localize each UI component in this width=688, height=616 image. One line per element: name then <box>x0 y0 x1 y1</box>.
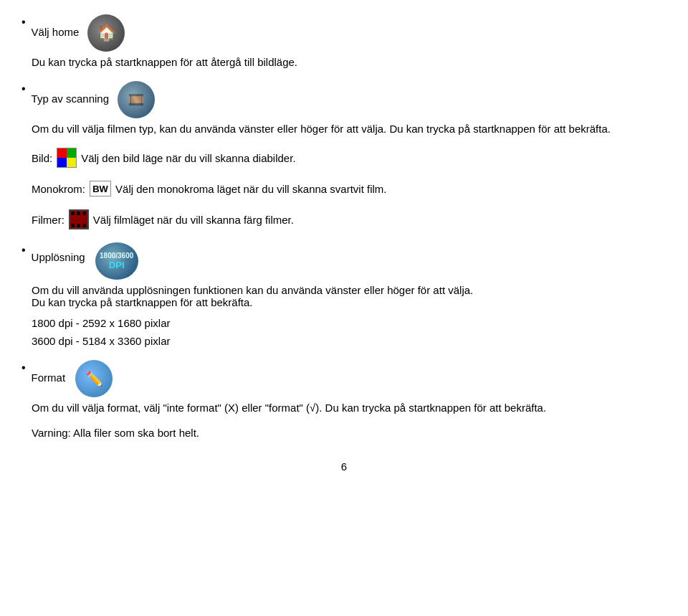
resolution-desc: Om du vill använda upplösningen funktion… <box>32 284 666 308</box>
home-title: Välj home <box>32 24 80 41</box>
section-mono: Monokrom: BW Välj den monokroma läget nä… <box>32 181 666 196</box>
page-number: 6 <box>22 460 666 473</box>
format-icon-box: ✏️ <box>75 360 113 397</box>
format-description: Om du vill välja format, välj "inte form… <box>32 402 666 414</box>
section-bild: Bild: Välj den bild läge när du vill ska… <box>32 148 666 168</box>
bullet-scan: • <box>22 81 26 97</box>
mono-label: Monokrom: <box>32 183 85 195</box>
filmer-label: Filmer: <box>32 214 64 226</box>
warning-text: Varning: Alla filer som ska bort helt. <box>32 427 199 439</box>
section-scan: • Typ av scanning 🎞️ Om du vill välja fi… <box>22 81 666 135</box>
mono-icon: BW <box>90 181 111 196</box>
mono-description: Välj den monokroma läget när du vill ska… <box>115 183 387 195</box>
section-filmer: Filmer: Välj filmläget när du vill skann… <box>32 209 666 229</box>
resolution-values: 1800 dpi - 2592 x 1680 pixlar 3600 dpi -… <box>32 317 666 347</box>
bullet-format: • <box>22 360 26 376</box>
res1: 1800 dpi - 2592 x 1680 pixlar <box>32 317 666 329</box>
home-icon: 🏠 <box>87 14 125 52</box>
bild-label: Bild: <box>32 152 52 164</box>
section-resolution: • Upplösning 1800/3600 DPI Om du vill an… <box>22 242 666 347</box>
section-format: • Format ✏️ Om du vill välja format, väl… <box>22 360 666 414</box>
format-icon: ✏️ <box>75 360 113 397</box>
res2: 3600 dpi - 5184 x 3360 pixlar <box>32 335 666 347</box>
resolution-desc1: Om du vill använda upplösningen funktion… <box>32 284 666 296</box>
format-title: Format <box>32 370 66 387</box>
scan-icon-box: 🎞️ <box>118 81 155 118</box>
section-home: • Välj home 🏠 Du kan trycka på startknap… <box>22 14 666 68</box>
film-icon <box>69 209 89 229</box>
home-description: Du kan trycka på startknappen för att åt… <box>32 56 666 68</box>
bild-description: Välj den bild läge när du vill skanna di… <box>81 152 295 164</box>
resolution-title: Upplösning <box>32 250 85 266</box>
scan-icon: 🎞️ <box>118 81 155 118</box>
dpi-icon-box: 1800/3600 DPI <box>95 242 138 280</box>
bullet-resolution: • <box>22 242 26 258</box>
scan-desc1: Om du vill välja filmen typ, kan du anvä… <box>32 123 666 135</box>
scan-title: Typ av scanning <box>32 91 109 108</box>
dpi-icon: 1800/3600 DPI <box>95 242 138 280</box>
home-icon-box: 🏠 <box>87 14 125 52</box>
section-warning: Varning: Alla filer som ska bort helt. <box>32 427 666 439</box>
filmer-description: Välj filmläget när du vill skanna färg f… <box>93 214 294 226</box>
bild-icon <box>57 148 77 168</box>
resolution-desc2: Du kan trycka på startknappen för att be… <box>32 296 666 308</box>
bullet-home: • <box>22 14 26 30</box>
